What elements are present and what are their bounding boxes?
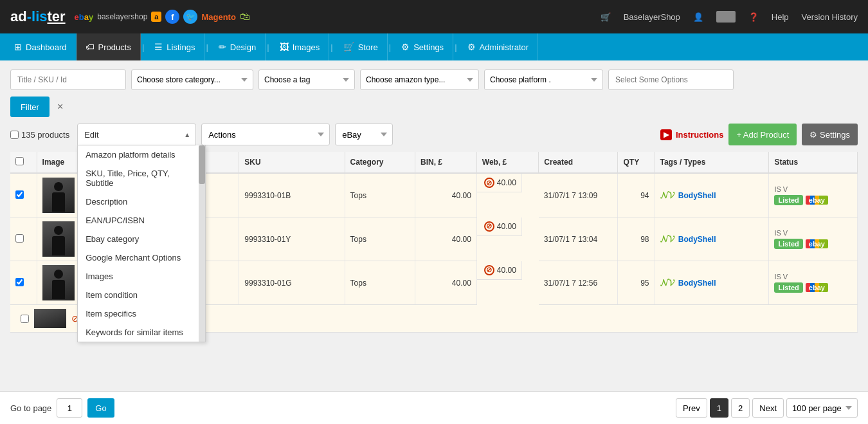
magento-icon[interactable]: Magento [201, 12, 235, 22]
header-qty[interactable]: QTY [618, 152, 655, 173]
header-checkbox[interactable] [15, 157, 24, 165]
dropdown-item-6[interactable]: Images [78, 267, 205, 286]
options-input[interactable] [608, 69, 734, 90]
help-link[interactable]: Help [772, 12, 789, 22]
row-check-cell[interactable] [10, 261, 37, 305]
header-sku[interactable]: SKU [239, 152, 345, 173]
row-created-cell: 31/07/1 7 13:09 [539, 173, 618, 217]
platform-icons: ebay baselayershop a f 🐦 Magento 🛍 [75, 10, 250, 24]
images-icon: 🖼 [280, 42, 289, 52]
ebay-select[interactable]: eBay [335, 124, 393, 145]
instructions-button[interactable]: ▶ Instructions [660, 129, 723, 140]
toolbar: 135 products Edit ▲ Amazon platform deta… [10, 124, 858, 145]
row-check-cell[interactable] [10, 217, 37, 261]
nav-design[interactable]: ✏ Design [210, 33, 266, 60]
product-thumbnail [42, 221, 75, 257]
store-icon: 🛒 [343, 42, 354, 52]
edit-select[interactable]: Edit ▲ [77, 124, 196, 145]
dropdown-item-3[interactable]: EAN/UPC/ISBN [78, 211, 205, 230]
nav-sep-5: | [388, 33, 392, 60]
status-badge: Listed [774, 282, 802, 293]
filter-button[interactable]: Filter [10, 97, 50, 117]
no-web-icon: ⊘ [484, 265, 494, 275]
nav-products[interactable]: 🏷 Products [77, 33, 141, 60]
tag-link[interactable]: BodyShell [678, 235, 716, 244]
dropdown-scrollbar-thumb[interactable] [199, 145, 205, 184]
row-web-cell: ⊘ 40.00 [477, 217, 522, 236]
dropdown-item-4[interactable]: Ebay category [78, 230, 205, 248]
row-checkbox[interactable] [15, 190, 24, 199]
version-history-link[interactable]: Version History [802, 12, 858, 22]
product-web-price: 40.00 [497, 222, 516, 231]
status-cell: IS V Listed ebay [774, 229, 852, 249]
facebook-icon[interactable]: f [165, 10, 179, 24]
header-status: Status [769, 152, 858, 173]
cart-icon: 🛒 [601, 12, 611, 22]
partial-checkbox[interactable] [21, 315, 29, 323]
header-web[interactable]: Web, £ [476, 152, 538, 173]
settings-button[interactable]: ⚙ Settings [802, 124, 858, 145]
dropdown-item-8[interactable]: Item specifics [78, 304, 205, 323]
nav-dashboard[interactable]: ⊞ Dashboard [5, 33, 77, 60]
nv-logo-icon: 𝓝𝓥 [660, 190, 674, 200]
product-thumbnail [42, 265, 75, 300]
category-select[interactable]: Choose store category... [131, 69, 253, 90]
platform-select[interactable]: Choose platform . [484, 69, 603, 90]
nav-store[interactable]: 🛒 Store [334, 33, 388, 60]
settings-icon: ⚙ [401, 42, 410, 52]
nav-administrator[interactable]: ⚙ Administrator [458, 33, 539, 60]
row-web-cell: ⊘ 40.00 [477, 174, 522, 192]
header-created[interactable]: Created [539, 152, 618, 173]
dropdown-item-2[interactable]: Description [78, 192, 205, 211]
store-link[interactable]: BaselayerShop [624, 12, 680, 22]
filter-clear-button[interactable]: × [55, 101, 66, 113]
topbar: ad-lister ebay baselayershop a f 🐦 Magen… [0, 0, 868, 33]
product-sku: 9993310-01G [244, 279, 291, 288]
edit-label: Edit [84, 130, 98, 140]
header-category[interactable]: Category [345, 152, 415, 173]
dropdown-item-5[interactable]: Google Merchant Options [78, 248, 205, 267]
actions-select[interactable]: Actions [201, 124, 330, 145]
header-bin[interactable]: BIN, £ [415, 152, 477, 173]
row-created-cell: 31/07/1 7 12:56 [539, 261, 618, 305]
amazon-type-select[interactable]: Choose amazon type... [360, 69, 479, 90]
tag-link[interactable]: BodyShell [678, 279, 716, 288]
ebay-logo-link[interactable]: ebay [75, 12, 94, 22]
user-avatar [716, 11, 736, 23]
select-all-checkbox[interactable] [10, 131, 19, 139]
row-bin-cell: 40.00 [415, 217, 477, 261]
add-product-button[interactable]: + Add Product [728, 124, 797, 145]
tag-select[interactable]: Choose a tag [258, 69, 355, 90]
row-sku-cell: 9993310-01B [239, 173, 345, 217]
edit-dropdown-wrapper: Edit ▲ Amazon platform details SKU, Titl… [77, 124, 196, 145]
twitter-icon[interactable]: 🐦 [183, 10, 197, 24]
status-badge: Listed [774, 239, 802, 249]
content: Choose store category... Choose a tag Ch… [0, 60, 868, 391]
dropdown-item-7[interactable]: Item condition [78, 286, 205, 304]
title-sku-input[interactable] [10, 69, 126, 90]
row-created-cell: 31/07/1 7 13:04 [539, 217, 618, 261]
row-check-cell[interactable] [10, 173, 37, 217]
dropdown-item-0[interactable]: Amazon platform details [78, 145, 205, 164]
shopify-icon[interactable]: 🛍 [240, 11, 250, 23]
listings-icon: ☰ [154, 42, 163, 52]
user-icon: 👤 [693, 12, 703, 22]
product-qty: 95 [640, 279, 649, 288]
nav-settings[interactable]: ⚙ Settings [392, 33, 453, 60]
nav-sep-4: | [329, 33, 334, 60]
dropdown-item-9[interactable]: Keywords for similar items [78, 323, 205, 342]
row-status-cell: IS V Listed ebay [769, 173, 858, 217]
row-checkbox[interactable] [15, 234, 24, 243]
tag-link[interactable]: BodyShell [678, 191, 716, 200]
dropdown-item-1[interactable]: SKU, Title, Price, QTY, Subtitle [78, 164, 205, 192]
dropdown-scrollbar-track [199, 145, 205, 342]
nav-images[interactable]: 🖼 Images [271, 33, 330, 60]
row-tags-cell: 𝓝𝓥 BodyShell [655, 261, 769, 305]
nav-listings[interactable]: ☰ Listings [145, 33, 204, 60]
amazon-icon[interactable]: a [151, 12, 161, 22]
product-bin: 40.00 [452, 235, 471, 244]
product-created: 31/07/1 7 13:04 [544, 235, 597, 244]
row-checkbox[interactable] [15, 278, 24, 286]
product-count: 135 products [21, 130, 69, 140]
product-created: 31/07/1 7 13:09 [544, 191, 597, 200]
